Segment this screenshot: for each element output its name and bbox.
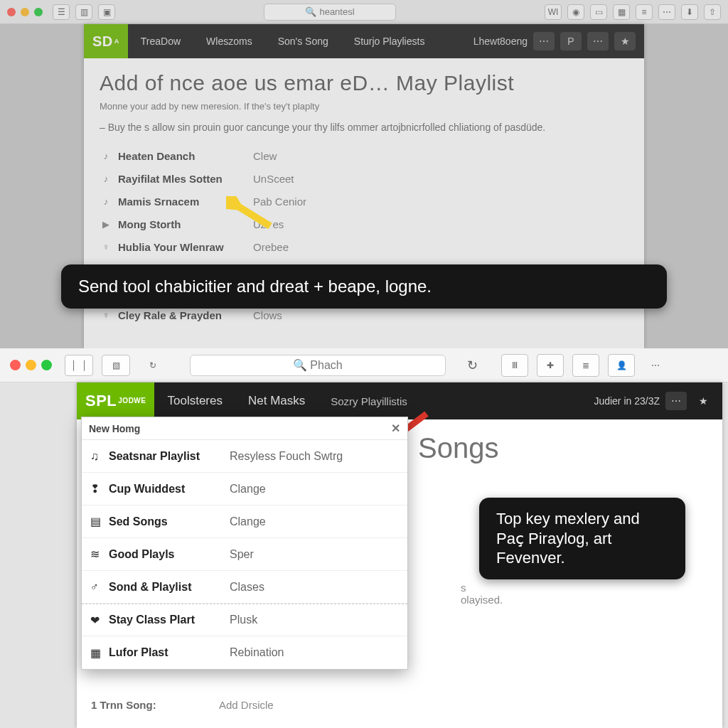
list-item[interactable]: ♪Mamis SrnacemPab Cenior — [100, 190, 628, 213]
page-blurb: – Buy the s allow sin prouin guor cancun… — [100, 120, 628, 134]
close-dot[interactable] — [10, 360, 21, 370]
logo-main: SD — [92, 33, 113, 50]
toolbar-globe-icon[interactable]: ◉ — [567, 4, 584, 20]
popup-item[interactable]: ≋Good PlaylsSper — [82, 538, 407, 571]
nav-star-icon[interactable]: ★ — [614, 32, 636, 50]
image-icon[interactable]: ▧ — [102, 355, 130, 376]
toolbar-grid-icon[interactable]: ▦ — [613, 4, 630, 20]
address-bar[interactable]: 🔍 Phach — [190, 355, 446, 376]
row-icon: ▶ — [100, 219, 112, 230]
row-name: Mamis Srnacem — [118, 196, 253, 208]
nav-right-label[interactable]: Lhewt8oeng — [473, 36, 528, 47]
nav-right-label[interactable]: Judier in 23/3Z — [594, 395, 660, 407]
row-name: Rayifilat Mles Sotten — [118, 173, 253, 185]
site-navbar-bottom: SPL JODWE Toolsteres Net Masks Sozry Pla… — [77, 382, 722, 419]
page-title: Add of nce aoe us emar eD… May Playlist — [100, 71, 628, 95]
popup-header: New Homg ✕ — [82, 417, 407, 440]
popup-item-icon: ❢ — [90, 482, 109, 496]
popup-item-value: Rebination — [230, 646, 284, 659]
popup-item-icon: ♫ — [90, 450, 109, 463]
nav-more-icon[interactable]: ⋯ — [533, 32, 555, 50]
row-name: Mong Storth — [118, 218, 253, 230]
nav-more-icon[interactable]: ⋯ — [665, 392, 687, 410]
traffic-lights — [7, 8, 43, 16]
popup-item-value: Clange — [230, 483, 266, 496]
list-item[interactable]: ♪Rayifilat Mles SottenUnSceet — [100, 167, 628, 190]
search-icon: 🔍 — [293, 358, 307, 372]
toolbar-book-icon[interactable]: ▭ — [590, 4, 607, 20]
reload-icon[interactable]: ↻ — [460, 355, 484, 376]
popup-item-name: Sed Songs — [109, 515, 230, 528]
popup-item-name: Cup Wuiddest — [109, 483, 230, 496]
minimize-dot[interactable] — [26, 360, 36, 370]
toolbar-profile-icon[interactable]: 👤 — [608, 354, 635, 377]
minimize-dot[interactable] — [21, 8, 29, 16]
toolbar-list-icon[interactable]: ≡ — [636, 4, 653, 20]
nav-wleszoms[interactable]: Wleszoms — [193, 24, 265, 58]
panel-icon[interactable]: ▣ — [98, 4, 115, 20]
popup-item[interactable]: ❢Cup WuiddestClange — [82, 473, 407, 505]
popup-item[interactable]: ▤Sed SongsClange — [82, 505, 407, 538]
row-value: Clew — [253, 150, 277, 162]
popup-item[interactable]: ▦Lufor PlastRebination — [82, 636, 407, 669]
zoom-dot[interactable] — [41, 360, 52, 370]
popup-item-value: Clange — [230, 515, 266, 528]
site-logo[interactable]: SPL JODWE — [77, 382, 154, 419]
sidebar-toggle-icon[interactable]: ☰ — [53, 4, 70, 20]
popup-title: New Homg — [89, 423, 140, 434]
songs-area: Songs ✎ s olayised. — [418, 432, 498, 464]
row-value: Orebee — [253, 241, 289, 253]
popup-item-name: Stay Class Plart — [109, 614, 230, 626]
toolbar-more-icon[interactable]: ⋯ — [643, 354, 668, 377]
nav-star-icon[interactable]: ★ — [692, 392, 714, 410]
popup-menu: New Homg ✕ ♫Seatsnar PlaylistResyless Fo… — [81, 417, 408, 670]
list-item-name: 1 Trnn Song: — [91, 699, 219, 711]
row-value: Uzr es — [253, 218, 284, 230]
toolbar-columns-icon[interactable]: Ⅲ — [501, 354, 528, 377]
history-icon[interactable]: ↻ — [139, 355, 167, 376]
address-text: Phach — [310, 359, 342, 372]
row-value: UnSceet — [253, 173, 294, 185]
nav-sturjo-playlists[interactable]: Sturjo Playliests — [341, 24, 438, 58]
toolbar-add-icon[interactable]: ✚ — [537, 354, 564, 377]
nav-overflow-icon[interactable]: ⋯ — [587, 32, 609, 50]
logo-main: SPL — [85, 392, 117, 410]
popup-item[interactable]: ♫Seatsnar PlaylistResyless Fouch Swtrg — [82, 440, 407, 473]
site-navbar-top: SD A TreaDow Wleszoms Son's Song Sturjo … — [84, 24, 644, 58]
nav-net-masks[interactable]: Net Masks — [235, 384, 318, 418]
toolbar-share-icon[interactable]: ⇧ — [704, 4, 721, 20]
row-icon: ♪ — [100, 151, 112, 161]
row-name: Heaten Deanch — [118, 150, 253, 162]
row-value: Pab Cenior — [253, 196, 306, 208]
tooltip-top: Send tool chabicitier and dreat + beape,… — [61, 264, 667, 309]
zoom-dot[interactable] — [34, 8, 43, 16]
bottom-list: 1 Trnn Song: Add Drsicle — [91, 694, 274, 715]
nav-sozry-playlists[interactable]: Sozry Playillistis — [318, 384, 420, 418]
tabs-icon[interactable]: ▥ — [75, 4, 92, 20]
close-icon[interactable]: ✕ — [391, 422, 400, 435]
list-item[interactable]: ♀Hublia Your WlenrawOrebee — [100, 235, 628, 258]
nav-toolsteres[interactable]: Toolsteres — [154, 384, 235, 418]
row-value: Clows — [253, 309, 282, 321]
popup-item-value: Resyless Fouch Swtrg — [230, 450, 343, 463]
nav-treadow[interactable]: TreaDow — [128, 24, 193, 58]
nav-sons-song[interactable]: Son's Song — [265, 24, 341, 58]
popup-item-name: Lufor Plast — [109, 646, 230, 659]
list-item-value: Add Drsicle — [219, 699, 274, 711]
panel-toggle-icon[interactable]: ｜｜ — [65, 355, 93, 376]
list-item[interactable]: ♪Heaten DeanchClew — [100, 144, 628, 167]
site-logo[interactable]: SD A — [84, 24, 128, 58]
list-item[interactable]: ▶Mong StorthUzr es — [100, 213, 628, 235]
toolbar-wi-icon[interactable]: WI — [545, 4, 562, 20]
list-item[interactable]: 1 Trnn Song: Add Drsicle — [91, 694, 274, 715]
row-icon: ♀ — [100, 242, 112, 252]
toolbar-download-icon[interactable]: ⬇ — [681, 4, 698, 20]
close-dot[interactable] — [7, 8, 16, 16]
nav-p-icon[interactable]: P — [560, 32, 582, 50]
popup-item[interactable]: ♂Sond & PlaylistClases — [82, 571, 407, 604]
popup-item-value: Sper — [230, 548, 254, 561]
address-bar[interactable]: 🔍 heantesl — [264, 4, 397, 21]
toolbar-more-icon[interactable]: ⋯ — [658, 4, 675, 20]
toolbar-list-icon[interactable]: ≣ — [572, 354, 599, 377]
popup-item[interactable]: ❤Stay Class PlartPlusk — [82, 604, 407, 636]
